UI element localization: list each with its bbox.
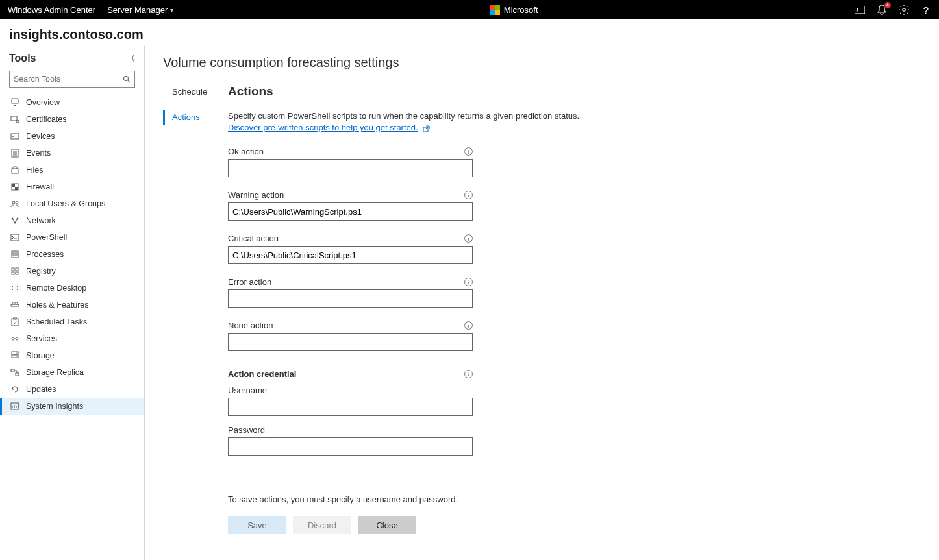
error-action-label: Error action	[228, 277, 271, 287]
sidebar-item-label: Events	[26, 149, 51, 158]
none-action-label: None action	[228, 321, 273, 330]
server-manager-dropdown[interactable]: Server Manager ▾	[107, 5, 173, 15]
tool-icon	[10, 98, 19, 107]
svg-point-7	[16, 120, 19, 123]
server-name: insights.contoso.com	[0, 19, 939, 46]
sidebar-item-label: Overview	[26, 98, 60, 107]
sidebar-item-label: System Insights	[26, 402, 83, 411]
username-input[interactable]	[228, 398, 473, 416]
svg-rect-6	[11, 116, 17, 121]
action-credential-info-icon[interactable]: i	[464, 370, 473, 378]
tab-actions[interactable]: Actions	[163, 110, 208, 125]
svg-point-42	[16, 356, 17, 356]
discover-scripts-link[interactable]: Discover pre-written scripts to help you…	[228, 123, 418, 132]
sidebar-item-label: Devices	[26, 132, 55, 141]
svg-rect-4	[12, 99, 18, 104]
none-action-input[interactable]	[228, 333, 473, 351]
sidebar-item-label: Local Users & Groups	[26, 199, 105, 208]
sidebar-item-services[interactable]: Services	[0, 330, 144, 347]
save-footnote: To save actions, you must specify a user…	[228, 494, 579, 504]
warning-action-input[interactable]	[228, 202, 473, 221]
svg-point-2	[124, 77, 129, 81]
tool-icon	[10, 216, 19, 225]
svg-rect-44	[16, 373, 19, 376]
app-brand: Windows Admin Center	[8, 5, 95, 15]
search-tools-input[interactable]	[14, 75, 123, 84]
close-button[interactable]: Close	[358, 516, 416, 534]
save-button[interactable]: Save	[228, 516, 286, 534]
warning-action-info-icon[interactable]: i	[464, 191, 473, 199]
tool-icon	[10, 132, 19, 141]
svg-rect-28	[16, 268, 18, 271]
password-input[interactable]	[228, 437, 473, 456]
password-label: Password	[228, 425, 265, 435]
svg-rect-0	[855, 6, 865, 14]
topbar: Windows Admin Center Server Manager ▾ Mi…	[0, 0, 939, 19]
search-tools-box[interactable]	[9, 71, 135, 88]
none-action-info-icon[interactable]: i	[464, 321, 473, 330]
svg-point-36	[12, 337, 14, 340]
sidebar-item-storage-replica[interactable]: Storage Replica	[0, 364, 144, 381]
discard-button[interactable]: Discard	[293, 516, 351, 534]
sidebar-item-processes[interactable]: Processes	[0, 246, 144, 263]
tool-icon	[10, 385, 19, 394]
terminal-icon[interactable]	[855, 5, 865, 15]
svg-rect-16	[12, 184, 15, 187]
sidebar-item-certificates[interactable]: Certificates	[0, 111, 144, 128]
sidebar-item-powershell[interactable]: PowerShell	[0, 229, 144, 246]
svg-line-3	[128, 80, 130, 82]
error-action-input[interactable]	[228, 289, 473, 308]
ok-action-info-icon[interactable]: i	[464, 147, 473, 156]
sidebar-item-label: Firewall	[26, 182, 54, 191]
sidebar-item-label: Storage	[26, 351, 55, 360]
tab-schedule[interactable]: Schedule	[163, 84, 208, 99]
tool-icon	[10, 149, 19, 158]
sidebar-item-registry[interactable]: Registry	[0, 263, 144, 280]
sidebar-item-label: Roles & Features	[26, 300, 89, 310]
sidebar-item-label: PowerShell	[26, 233, 67, 242]
sidebar-item-devices[interactable]: Devices	[0, 128, 144, 145]
svg-rect-17	[15, 187, 18, 190]
sidebar-item-label: Storage Replica	[26, 368, 84, 377]
critical-action-info-icon[interactable]: i	[464, 234, 473, 243]
settings-tabs: Schedule Actions	[163, 84, 208, 534]
settings-icon[interactable]	[899, 5, 909, 15]
error-action-info-icon[interactable]: i	[464, 278, 473, 286]
action-credential-heading: Action credential	[228, 369, 296, 379]
sidebar-item-firewall[interactable]: Firewall	[0, 178, 144, 195]
ok-action-input[interactable]	[228, 159, 473, 177]
svg-point-37	[16, 337, 18, 340]
critical-action-label: Critical action	[228, 234, 279, 243]
critical-action-input[interactable]	[228, 246, 473, 264]
sidebar-item-system-insights[interactable]: System Insights	[0, 398, 144, 415]
sidebar-item-roles-features[interactable]: Roles & Features	[0, 297, 144, 313]
sidebar-item-storage[interactable]: Storage	[0, 347, 144, 364]
tool-icon	[10, 402, 19, 411]
tool-icon	[10, 115, 19, 124]
help-icon[interactable]: ?	[921, 5, 931, 15]
sidebar-item-updates[interactable]: Updates	[0, 381, 144, 398]
svg-rect-43	[11, 369, 14, 372]
sidebar-item-label: Processes	[26, 250, 64, 259]
notifications-icon[interactable]: 4	[877, 5, 887, 15]
sidebar-item-label: Updates	[26, 385, 56, 394]
sidebar-item-remote-desktop[interactable]: Remote Desktop	[0, 280, 144, 297]
notification-badge: 4	[884, 2, 891, 8]
sidebar-item-label: Registry	[26, 267, 56, 276]
section-heading: Actions	[228, 84, 579, 99]
collapse-sidebar-icon[interactable]: 〈	[127, 53, 135, 64]
sidebar-item-local-users-groups[interactable]: Local Users & Groups	[0, 195, 144, 212]
svg-point-41	[16, 352, 17, 353]
sidebar-item-network[interactable]: Network	[0, 212, 144, 229]
svg-rect-32	[12, 302, 14, 304]
tool-icon	[10, 199, 19, 208]
section-description: Specify custom PowerShell scripts to run…	[228, 110, 579, 134]
svg-point-9	[12, 136, 14, 137]
svg-rect-8	[11, 134, 19, 139]
tool-icon	[10, 250, 19, 259]
tool-icon	[10, 284, 19, 293]
sidebar-item-scheduled-tasks[interactable]: Scheduled Tasks	[0, 313, 144, 330]
sidebar-item-files[interactable]: Files	[0, 162, 144, 178]
sidebar-item-overview[interactable]: Overview	[0, 94, 144, 111]
sidebar-item-events[interactable]: Events	[0, 145, 144, 162]
